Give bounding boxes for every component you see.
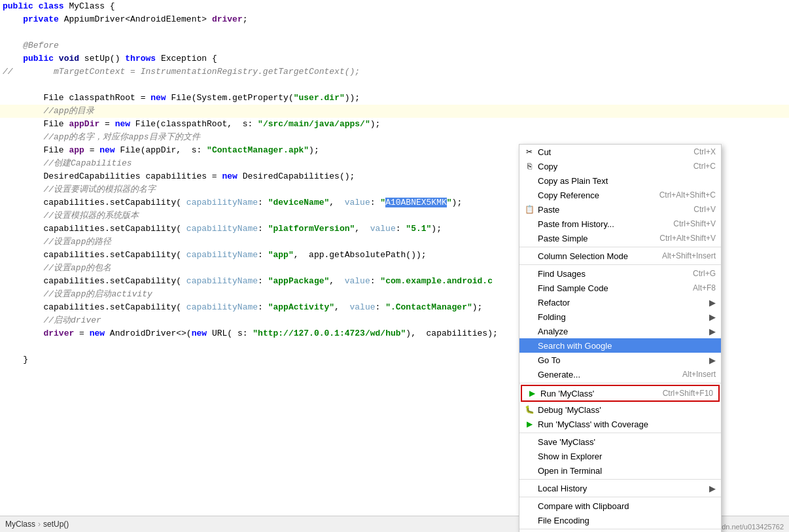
menu-label-analyze: Analyze xyxy=(538,327,568,336)
separator-6 xyxy=(519,497,721,497)
menu-item-paste-history[interactable]: Paste from History... Ctrl+Shift+V xyxy=(519,217,721,231)
analyze-arrow: ▶ xyxy=(709,327,716,336)
menu-label-local-history: Local History xyxy=(538,484,587,493)
menu-item-show-explorer[interactable]: Show in Explorer xyxy=(519,449,721,463)
menu-item-paste-simple[interactable]: Paste Simple Ctrl+Alt+Shift+V xyxy=(519,231,721,245)
menu-label-find-sample: Find Sample Code xyxy=(538,283,608,293)
menu-label-copy-plain-text: Copy as Plain Text xyxy=(538,176,608,186)
menu-item-search-google[interactable]: Search with Google xyxy=(519,338,721,353)
code-line-2: private AppiumDriver<AndroidElement> dri… xyxy=(0,13,789,26)
shortcut-find-usages: Ctrl+G xyxy=(693,269,716,278)
menu-item-goto[interactable]: Go To ▶ xyxy=(519,353,721,367)
menu-label-file-encoding: File Encoding xyxy=(538,516,589,525)
menu-item-generate[interactable]: Generate... Alt+Insert xyxy=(519,367,721,381)
menu-label-paste: Paste xyxy=(538,205,559,215)
menu-item-debug-myclass[interactable]: 🐛 Debug 'MyClass' xyxy=(519,402,721,417)
separator-2 xyxy=(519,264,721,265)
menu-label-save-myclass: Save 'MyClass' xyxy=(538,437,595,447)
shortcut-column-selection: Alt+Shift+Insert xyxy=(662,251,716,260)
menu-item-paste[interactable]: 📋 Paste Ctrl+V xyxy=(519,202,721,217)
menu-item-local-history[interactable]: Local History ▶ xyxy=(519,481,721,495)
code-line-1: public class MyClass { xyxy=(0,0,789,13)
menu-label-compare-clipboard: Compare with Clipboard xyxy=(538,501,629,511)
refactor-arrow: ▶ xyxy=(709,298,716,308)
paste-icon: 📋 xyxy=(523,205,535,214)
menu-item-analyze[interactable]: Analyze ▶ xyxy=(519,324,721,338)
menu-item-copy-reference[interactable]: Copy Reference Ctrl+Alt+Shift+C xyxy=(519,188,721,202)
menu-label-run-myclass: Run 'MyClass' xyxy=(540,389,594,399)
code-line-4: @Before xyxy=(0,39,789,52)
shortcut-run-myclass: Ctrl+Shift+F10 xyxy=(663,389,713,398)
menu-item-folding[interactable]: Folding ▶ xyxy=(519,310,721,324)
code-line-11: //app的名字，对应你apps目录下的文件 xyxy=(0,131,789,144)
breadcrumb-method: setUp() xyxy=(43,520,69,529)
menu-item-column-selection[interactable]: Column Selection Mode Alt+Shift+Insert xyxy=(519,249,721,263)
menu-label-generate: Generate... xyxy=(538,370,580,380)
scissors-icon: ✂ xyxy=(523,147,535,156)
shortcut-paste-simple: Ctrl+Alt+Shift+V xyxy=(659,234,716,243)
code-line-6: // mTargetContext = InstrumentationRegis… xyxy=(0,65,789,79)
code-line-10: File appDir = new File(classpathRoot, s:… xyxy=(0,118,789,131)
menu-label-copy: Copy xyxy=(538,162,557,171)
menu-item-open-terminal[interactable]: Open in Terminal xyxy=(519,463,721,478)
menu-item-find-sample[interactable]: Find Sample Code Alt+F8 xyxy=(519,281,721,295)
menu-label-goto: Go To xyxy=(538,355,560,365)
menu-item-copy-plain-text[interactable]: Copy as Plain Text xyxy=(519,173,721,188)
shortcut-generate: Alt+Insert xyxy=(682,370,716,379)
menu-label-debug-myclass: Debug 'MyClass' xyxy=(538,405,601,415)
menu-item-compare-clipboard[interactable]: Compare with Clipboard xyxy=(519,499,721,513)
menu-label-folding: Folding xyxy=(538,312,566,322)
separator-1 xyxy=(519,247,721,247)
menu-item-copy[interactable]: ⎘ Copy Ctrl+C xyxy=(519,159,721,173)
menu-item-cut[interactable]: ✂ Cut Ctrl+X xyxy=(519,145,721,159)
shortcut-paste: Ctrl+V xyxy=(693,205,716,214)
menu-item-file-encoding[interactable]: File Encoding xyxy=(519,513,721,527)
separator-5 xyxy=(519,479,721,480)
folding-arrow: ▶ xyxy=(709,312,716,322)
menu-item-refactor[interactable]: Refactor ▶ xyxy=(519,295,721,310)
separator-4 xyxy=(519,433,721,433)
menu-label-show-explorer: Show in Explorer xyxy=(538,452,602,461)
menu-label-copy-reference: Copy Reference xyxy=(538,190,599,200)
menu-label-find-usages: Find Usages xyxy=(538,269,586,279)
menu-item-save-myclass[interactable]: Save 'MyClass' xyxy=(519,434,721,449)
menu-label-paste-history: Paste from History... xyxy=(538,219,614,229)
context-menu: ✂ Cut Ctrl+X ⎘ Copy Ctrl+C Copy as Plain… xyxy=(519,144,722,532)
separator-3 xyxy=(519,383,721,383)
menu-item-find-usages[interactable]: Find Usages Ctrl+G xyxy=(519,266,721,281)
debug-icon: 🐛 xyxy=(523,405,535,414)
menu-label-refactor: Refactor xyxy=(538,298,570,308)
breadcrumb: MyClass › setUp() xyxy=(5,520,69,529)
separator-7 xyxy=(519,529,721,529)
breadcrumb-class: MyClass xyxy=(5,520,35,529)
code-line-5: public void setUp() throws Exception { xyxy=(0,52,789,65)
menu-label-cut: Cut xyxy=(538,147,551,157)
shortcut-paste-history: Ctrl+Shift+V xyxy=(673,219,716,228)
coverage-icon: ▶ xyxy=(523,419,535,429)
code-line-8: File classpathRoot = new File(System.get… xyxy=(0,92,789,105)
shortcut-copy-reference: Ctrl+Alt+Shift+C xyxy=(659,190,716,200)
menu-label-column-selection: Column Selection Mode xyxy=(538,251,628,261)
shortcut-cut: Ctrl+X xyxy=(693,147,716,156)
shortcut-copy: Ctrl+C xyxy=(693,162,716,171)
code-line-9: //app的目录 xyxy=(0,105,789,118)
menu-label-run-coverage: Run 'MyClass' with Coverage xyxy=(538,419,648,429)
goto-arrow: ▶ xyxy=(709,355,716,365)
code-line-7 xyxy=(0,79,789,92)
run-icon: ▶ xyxy=(526,389,538,398)
menu-label-open-terminal: Open in Terminal xyxy=(538,466,602,476)
menu-item-run-myclass[interactable]: ▶ Run 'MyClass' Ctrl+Shift+F10 xyxy=(522,386,718,400)
menu-item-run-coverage[interactable]: ▶ Run 'MyClass' with Coverage xyxy=(519,417,721,431)
history-arrow: ▶ xyxy=(709,484,716,493)
shortcut-find-sample: Alt+F8 xyxy=(693,283,716,293)
copy-icon: ⎘ xyxy=(523,162,535,171)
code-line-3 xyxy=(0,26,789,39)
breadcrumb-separator: › xyxy=(38,520,41,529)
menu-label-search-google: Search with Google xyxy=(538,341,612,351)
menu-label-paste-simple: Paste Simple xyxy=(538,234,588,243)
